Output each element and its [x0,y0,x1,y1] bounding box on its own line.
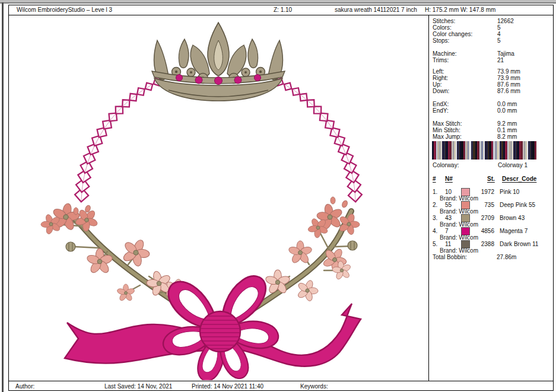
footer-author: Author: [15,383,34,390]
stat-value: 0.0 mm [497,101,517,107]
total-bobbin-label: Total Bobbin: [433,254,467,260]
colorway-row: Colorway: Colorway 1 [433,162,551,168]
stat-label: EndY: [433,107,449,114]
design-name: sakura wreath 14112021 7 inch [335,7,417,13]
stat-value: 5 [497,37,501,44]
stat-value: 4 [497,31,501,37]
colorway-value: Colorway 1 [498,162,528,168]
colorway-barcode [432,141,538,160]
stat-label: Left: [433,68,444,75]
stat-value: 12662 [497,18,514,24]
page-header: Wilcom EmbroideryStudio – Leve l 3 Z: 1.… [9,5,553,15]
stat-label: Machine: [433,50,457,57]
bow [161,269,280,380]
col-header-desc: Descr_Code [502,176,536,182]
col-header-st: St. [487,176,495,182]
stat-value: Tajima [497,50,514,57]
stat-label: Trims: [433,57,449,63]
colorway-label: Colorway: [433,162,459,168]
stat-label: EndX: [433,101,449,107]
stat-label: Max Stitch: [433,120,462,127]
total-bobbin-value: 27.86m [497,254,516,260]
stat-label: Up: [433,81,442,88]
stat-value: 87.6 mm [497,81,520,88]
panel-divider [428,15,429,381]
thread-brand: Brand: Wilcom [440,234,478,241]
app-title: Wilcom EmbroideryStudio – Leve l 3 [17,7,112,13]
stat-value: 9.2 mm [497,120,517,127]
design-dimensions: H: 175.2 mm W: 147.8 mm [425,7,495,13]
stat-value: 8.2 mm [497,133,517,140]
stat-label: Right: [433,75,448,81]
stat-label: Stitches: [433,18,455,24]
footer-printed: Printed: 14 Nov 2021 11:40 [192,383,263,390]
thread-brand: Brand: Wilcom [440,195,478,202]
window-top-edge [0,0,556,4]
thread-brand: Brand: Wilcom [440,247,478,254]
stat-label: Stops: [433,37,449,44]
embroidery-design-canvas [9,15,428,380]
window-left-edge [2,2,4,392]
zoom-level: Z: 1.10 [274,7,292,13]
thread-brand: Brand: Wilcom [440,208,478,215]
col-header-n: N# [445,176,453,182]
stat-label: Down: [433,88,449,94]
crown [152,23,285,101]
stat-value: 87.6 mm [497,88,520,94]
stat-value: 0.1 mm [497,127,517,133]
footer-last-saved: Last Saved: 14 Nov, 2021 [104,383,172,390]
stat-value: 73.9 mm [497,75,520,81]
stat-label: Colors: [433,24,452,31]
stat-label: Min Stitch: [433,127,460,133]
stat-value: 0.0 mm [497,107,517,114]
stat-value: 21 [497,57,504,63]
col-header-num: # [433,176,436,182]
stat-label: Max Jump: [433,133,462,140]
design-info-panel: Stitches:12662 Colors:5 Color changes:4 … [430,15,553,381]
thread-brand: Brand: Wilcom [440,221,478,228]
stat-value: 5 [497,24,501,31]
footer-keywords: Keywords: [300,383,328,390]
page-footer: Author: Last Saved: 14 Nov, 2021 Printed… [9,381,553,390]
stat-value: 73.9 mm [497,68,520,75]
sakura-blossoms-left [38,201,190,303]
print-page: Wilcom EmbroideryStudio – Leve l 3 Z: 1.… [8,5,554,391]
stat-label: Color changes: [433,31,472,37]
print-preview: { "header": { "app_title": "Wilcom Embro… [0,0,556,392]
